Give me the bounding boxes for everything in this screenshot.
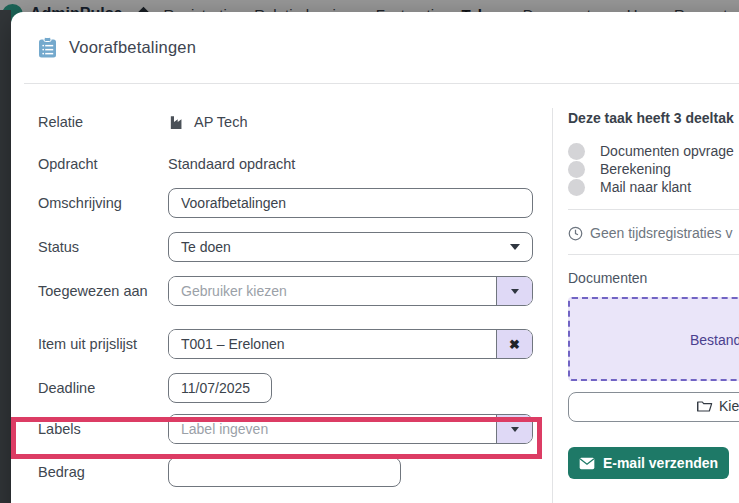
- subtask-label: Berekening: [600, 161, 671, 177]
- choose-files-button[interactable]: Kies: [568, 392, 739, 422]
- send-email-button[interactable]: E-mail verzenden: [568, 447, 729, 479]
- field-label-deadline: Deadline: [38, 379, 168, 398]
- documents-title: Documenten: [568, 270, 739, 286]
- divider: [568, 254, 739, 255]
- envelope-icon: [579, 457, 595, 470]
- chevron-down-icon: [511, 289, 519, 294]
- subtask-item[interactable]: Documenten opvrage: [568, 142, 739, 160]
- task-detail-modal: Voorafbetalingen Relatie AP Tech Opdrach…: [11, 12, 739, 503]
- toegewezen-aan-group: [168, 276, 533, 306]
- modal-header: Voorafbetalingen: [11, 12, 739, 83]
- labels-input[interactable]: [169, 415, 496, 443]
- opdracht-value: Standaard opdracht: [168, 156, 295, 172]
- relatie-text: AP Tech: [194, 114, 247, 130]
- omschrijving-input[interactable]: [168, 188, 533, 218]
- prijslijst-item-clear-button[interactable]: ✖: [496, 330, 532, 358]
- chevron-down-icon: [510, 244, 520, 250]
- subtask-label: Mail naar klant: [600, 179, 691, 195]
- prijslijst-item-group: ✖: [168, 329, 533, 359]
- folder-open-icon: [697, 399, 713, 413]
- field-label-bedrag: Bedrag: [38, 463, 168, 482]
- field-label-opdracht: Opdracht: [38, 155, 168, 174]
- bedrag-input[interactable]: [168, 457, 401, 487]
- task-side-panel: Deze taak heeft 3 deeltak Documenten opv…: [552, 84, 739, 503]
- subtask-status-circle-icon[interactable]: [568, 161, 585, 178]
- modal-title: Voorafbetalingen: [69, 38, 196, 57]
- subtask-list: Documenten opvrage Berekening Mail naar …: [568, 142, 739, 196]
- field-label-omschrijving: Omschrijving: [38, 194, 168, 213]
- subtask-item[interactable]: Berekening: [568, 160, 739, 178]
- dropzone-text: Bestanden: [690, 332, 739, 348]
- subtask-label: Documenten opvrage: [600, 143, 734, 159]
- subtask-item[interactable]: Mail naar klant: [568, 178, 739, 196]
- toegewezen-aan-dropdown-button[interactable]: [496, 277, 532, 305]
- x-icon: ✖: [509, 338, 520, 351]
- column-divider: [552, 108, 553, 503]
- factory-icon: [168, 114, 185, 131]
- task-form: Relatie AP Tech Opdracht Standaard opdra…: [11, 84, 552, 503]
- field-label-labels: Labels: [38, 420, 168, 439]
- divider: [568, 209, 739, 210]
- relatie-value: AP Tech: [168, 114, 247, 131]
- subtasks-title: Deze taak heeft 3 deeltak: [568, 110, 739, 126]
- deadline-input[interactable]: [168, 373, 272, 403]
- status-value: Te doen: [181, 239, 231, 255]
- labels-group: [168, 414, 533, 444]
- subtask-status-circle-icon[interactable]: [568, 143, 585, 160]
- subtask-status-circle-icon[interactable]: [568, 179, 585, 196]
- prijslijst-item-input[interactable]: [169, 330, 496, 358]
- toegewezen-aan-input[interactable]: [169, 277, 496, 305]
- choose-files-label: Kies: [719, 398, 739, 414]
- send-email-label: E-mail verzenden: [603, 455, 718, 471]
- status-select[interactable]: Te doen: [168, 232, 533, 262]
- labels-dropdown-button[interactable]: [496, 415, 532, 443]
- clipboard-icon: [38, 37, 57, 58]
- time-registration-text: Geen tijdsregistraties v: [590, 225, 732, 241]
- field-label-relatie: Relatie: [38, 113, 168, 132]
- field-label-toegewezen-aan: Toegewezen aan: [38, 282, 168, 301]
- field-label-status: Status: [38, 238, 168, 257]
- chevron-down-icon: [511, 427, 519, 432]
- clock-icon: [568, 226, 583, 241]
- field-label-item-uit-prijslijst: Item uit prijslijst: [38, 335, 168, 354]
- time-registration-row: Geen tijdsregistraties v: [568, 225, 739, 241]
- file-dropzone[interactable]: Bestanden: [568, 297, 739, 381]
